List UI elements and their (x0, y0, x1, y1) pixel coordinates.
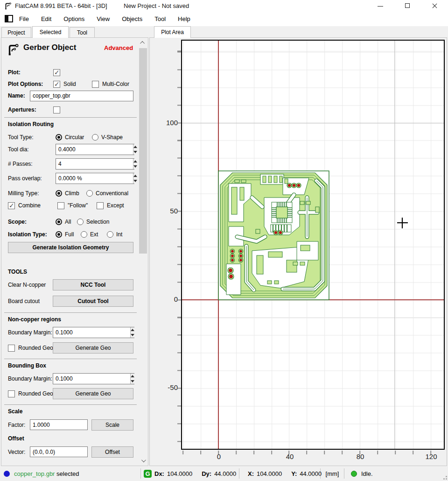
bbox-rounded-checkbox[interactable] (8, 390, 15, 397)
scale-factor-input[interactable] (30, 419, 88, 430)
name-label: Name: (8, 92, 25, 99)
spin-down-icon[interactable] (133, 149, 137, 155)
scrollbar-thumb[interactable] (139, 48, 147, 254)
scroll-down-icon[interactable] (139, 457, 147, 465)
noncopper-rounded-checkbox[interactable] (8, 345, 15, 352)
ncc-label: Clear N-copper (8, 282, 46, 288)
close-button[interactable] (421, 0, 448, 11)
gerber-object-icon (6, 42, 20, 57)
maximize-button[interactable] (394, 0, 421, 11)
ncc-tool-button[interactable]: NCC Tool (53, 279, 133, 290)
divider (4, 117, 137, 118)
x-label: X: (248, 470, 254, 477)
tool-type-vshape-label: V-Shape (101, 134, 123, 141)
offset-button[interactable]: Offset (91, 446, 133, 458)
menu-objects[interactable]: Objects (116, 11, 148, 26)
plot-checkbox[interactable] (53, 69, 60, 76)
follow-label: "Follow" (68, 202, 88, 209)
selection-dot-icon (4, 471, 10, 477)
plot-canvas[interactable] (181, 40, 445, 450)
milling-climb-radio[interactable] (56, 190, 62, 197)
bbox-margin-spinner[interactable] (53, 373, 134, 384)
offset-vector-input[interactable] (30, 446, 88, 457)
cutout-label: Board cutout (8, 298, 40, 304)
tool-type-circular-radio[interactable] (56, 134, 62, 141)
scroll-up-icon[interactable] (139, 39, 147, 47)
bbox-margin-label: Boundary Margin: (8, 375, 52, 382)
isotype-full-radio[interactable] (56, 231, 62, 238)
scope-selection-label: Selection (86, 219, 109, 225)
scale-button[interactable]: Scale (91, 419, 133, 431)
selection-text: copper_top.gbr selected (14, 470, 79, 477)
cutout-tool-button[interactable]: Cutout Tool (53, 296, 133, 307)
milling-conventional-label: Conventional (96, 190, 128, 197)
app-state: Idle. (361, 470, 373, 477)
name-input[interactable] (30, 91, 133, 101)
generate-isolation-button[interactable]: Generate Isolation Geometry (8, 242, 133, 253)
minimize-button[interactable] (367, 0, 394, 11)
scale-factor-label: Factor: (8, 422, 25, 428)
menu-tool[interactable]: Tool (148, 11, 172, 26)
isotype-ext-label: Ext (90, 231, 98, 238)
scope-all-radio[interactable] (56, 219, 62, 225)
tab-tool[interactable]: Tool (70, 27, 95, 37)
dy-label: Dy: (202, 470, 211, 477)
combine-checkbox[interactable] (8, 202, 15, 209)
apertures-checkbox[interactable] (53, 106, 60, 113)
isotype-ext-radio[interactable] (81, 231, 87, 238)
menu-file[interactable]: File (13, 11, 35, 26)
gerber-badge-icon: G (144, 470, 152, 478)
y-tick-label: -50 (154, 383, 178, 391)
noncopper-rounded-label: Rounded Geo (18, 345, 53, 351)
menu-bar: File Edit Options View Objects Tool Help (0, 11, 448, 26)
isotype-int-radio[interactable] (107, 231, 113, 238)
menu-options[interactable]: Options (57, 11, 91, 26)
tool-dia-label: Tool dia: (8, 146, 29, 153)
tab-plot-area[interactable]: Plot Area (154, 26, 191, 38)
tab-project[interactable]: Project (1, 27, 31, 37)
page-title: Gerber Object (23, 43, 76, 52)
title-bar: FlatCAM 8.991 BETA - 64bit - [3D] New Pr… (0, 0, 448, 11)
tool-type-vshape-radio[interactable] (92, 134, 98, 141)
window-title: FlatCAM 8.991 BETA - 64bit - [3D] (15, 2, 107, 9)
except-checkbox[interactable] (97, 202, 104, 209)
resize-grip[interactable] (441, 474, 447, 480)
panel-scrollbar[interactable] (139, 39, 147, 465)
follow-checkbox[interactable] (57, 202, 64, 209)
maximize-icon (405, 3, 410, 8)
tab-selected[interactable]: Selected (32, 26, 69, 38)
toggle-panel-icon[interactable] (5, 15, 13, 22)
menu-help[interactable]: Help (172, 11, 196, 26)
noncopper-title: Non-copper regions (8, 316, 61, 323)
advanced-badge[interactable]: Advanced (104, 44, 133, 51)
noncopper-generate-button[interactable]: Generate Geo (53, 342, 133, 354)
bbox-generate-button[interactable]: Generate Geo (53, 388, 133, 399)
menu-view[interactable]: View (91, 11, 116, 26)
divider (4, 312, 137, 313)
idle-dot-icon (351, 471, 357, 477)
x-value: 104.0000 (257, 470, 282, 477)
pcb-gerber-plot (182, 41, 444, 449)
selected-file-name: copper_top.gbr (14, 470, 55, 477)
overlap-spinner[interactable] (56, 173, 134, 184)
isolation-routing-title: Isolation Routing (8, 121, 54, 127)
milling-conventional-radio[interactable] (86, 190, 93, 197)
tools-title: TOOLS (8, 269, 27, 275)
x-axis-ticks (182, 451, 444, 454)
noncopper-margin-spinner[interactable] (53, 327, 134, 338)
scope-selection-radio[interactable] (77, 219, 84, 225)
solid-checkbox[interactable] (53, 81, 60, 88)
except-label: Except (107, 202, 124, 209)
y-axis-ticks (177, 41, 181, 449)
spin-up-icon[interactable] (133, 144, 137, 149)
passes-spinner[interactable] (56, 158, 134, 170)
isotype-full-label: Full (65, 231, 74, 238)
tool-type-circular-label: Circular (65, 134, 84, 141)
multicolor-checkbox[interactable] (92, 81, 99, 88)
y-tick-label: 50 (154, 207, 178, 215)
status-bar: copper_top.gbr selected G Dx: 104.0000 D… (0, 466, 448, 481)
isolation-type-label: Isolation Type: (8, 231, 47, 238)
plot-label: Plot: (8, 69, 21, 76)
tool-dia-spinner[interactable] (56, 144, 134, 155)
menu-edit[interactable]: Edit (35, 11, 57, 26)
